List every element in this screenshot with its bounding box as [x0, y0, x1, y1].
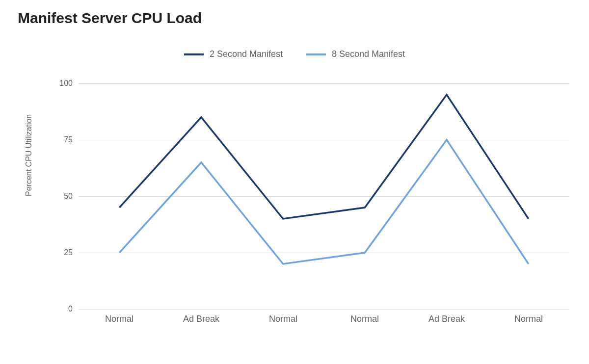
chart-lines: [79, 83, 569, 309]
x-tick-label: Normal: [105, 314, 134, 324]
x-tick-label: Normal: [514, 314, 543, 324]
y-tick-label: 100: [43, 79, 73, 88]
legend-label-2s: 2 Second Manifest: [210, 49, 283, 59]
y-tick-label: 75: [43, 135, 73, 144]
y-tick-label: 0: [43, 305, 73, 313]
x-tick-label: Ad Break: [183, 314, 219, 324]
plot-area: 0 25 50 75 100 Normal Ad Break Normal No…: [79, 83, 569, 309]
y-tick-label: 25: [43, 248, 73, 257]
chart-container: Manifest Server CPU Load 2 Second Manife…: [0, 0, 589, 364]
x-tick-label: Normal: [350, 314, 379, 324]
legend-swatch-8s: [306, 53, 326, 55]
legend-item-2s[interactable]: 2 Second Manifest: [184, 49, 283, 59]
series-line-2s: [119, 95, 528, 219]
legend-swatch-2s: [184, 53, 204, 55]
legend-label-8s: 8 Second Manifest: [332, 49, 405, 59]
legend-item-8s[interactable]: 8 Second Manifest: [306, 49, 405, 59]
y-axis-label: Percent CPU Utilization: [25, 114, 33, 196]
series-line-8s: [119, 140, 528, 264]
gridline: [79, 309, 569, 310]
x-tick-label: Normal: [269, 314, 297, 324]
y-tick-label: 50: [43, 192, 73, 201]
x-tick-label: Ad Break: [428, 314, 465, 324]
chart-legend: 2 Second Manifest 8 Second Manifest: [0, 49, 589, 59]
chart-title: Manifest Server CPU Load: [18, 10, 202, 26]
